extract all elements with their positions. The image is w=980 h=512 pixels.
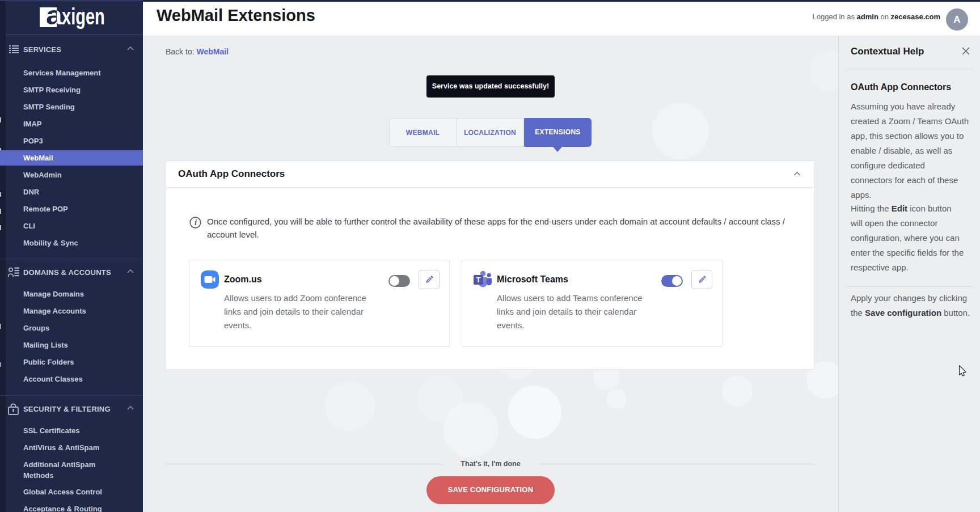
svg-text:xigen: xigen (62, 3, 105, 29)
svg-text:T: T (476, 276, 481, 284)
svg-text:i: i (195, 218, 197, 227)
